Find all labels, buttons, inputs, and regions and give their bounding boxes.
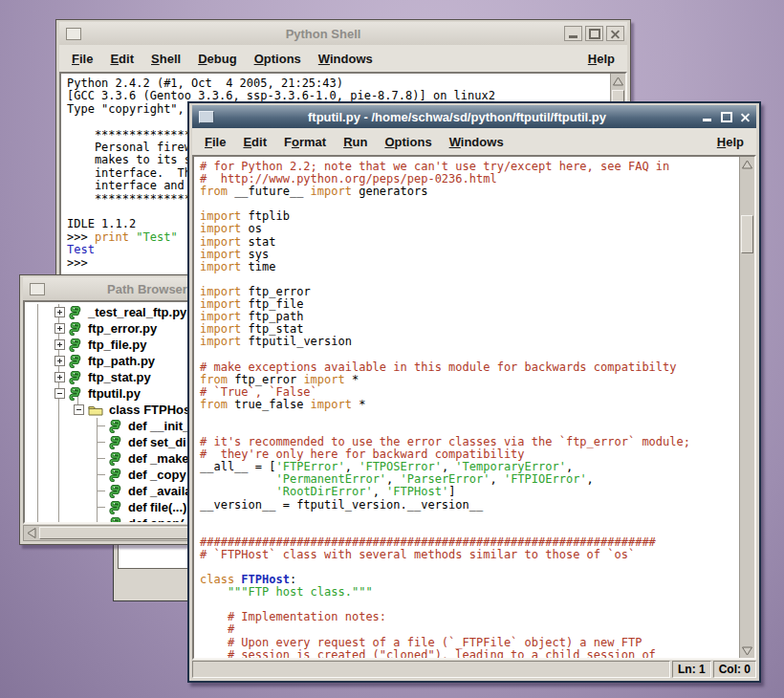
menu-windows[interactable]: Windows bbox=[441, 135, 512, 149]
expand-icon[interactable] bbox=[54, 307, 65, 317]
expand-icon[interactable] bbox=[54, 372, 65, 382]
maximize-button[interactable] bbox=[585, 26, 603, 41]
editor-text-area[interactable]: # for Python 2.2; note that we can't use… bbox=[192, 155, 756, 660]
text-line: import time bbox=[200, 261, 740, 273]
tree-item-label: def _make bbox=[128, 451, 189, 466]
menu-options[interactable]: Options bbox=[376, 135, 440, 149]
menu-file[interactable]: File bbox=[196, 135, 234, 149]
scroll-down-icon[interactable] bbox=[740, 643, 754, 658]
editor-statusbar: Ln: 1 Col: 0 bbox=[192, 661, 756, 678]
menu-edit[interactable]: Edit bbox=[101, 52, 142, 66]
menu-shell[interactable]: Shell bbox=[142, 52, 189, 66]
editor-window: ftputil.py - /home/schwa/sd/python/ftput… bbox=[187, 101, 761, 683]
minimize-button[interactable] bbox=[699, 110, 715, 123]
shell-title: Python Shell bbox=[85, 27, 561, 41]
window-icon bbox=[30, 283, 45, 295]
python-icon bbox=[109, 517, 122, 525]
menu-options[interactable]: Options bbox=[246, 52, 310, 66]
tree-item-label: ftp_error.py bbox=[88, 321, 157, 336]
minimize-icon bbox=[703, 119, 711, 121]
close-button[interactable] bbox=[737, 110, 753, 123]
close-icon bbox=[740, 112, 751, 122]
scroll-thumb[interactable] bbox=[741, 215, 753, 253]
maximize-icon bbox=[721, 112, 732, 122]
shell-menubar: FileEditShellDebugOptionsWindowsHelp bbox=[59, 45, 627, 72]
editor-titlebar[interactable]: ftputil.py - /home/schwa/sd/python/ftput… bbox=[192, 105, 756, 128]
tree-item-label: class FTPHost bbox=[109, 403, 195, 417]
python-icon bbox=[109, 469, 122, 482]
text-line: # session is created ("cloned"), leading… bbox=[200, 649, 740, 658]
text-line bbox=[200, 512, 740, 524]
window-icon bbox=[66, 28, 81, 40]
shell-titlebar[interactable]: Python Shell bbox=[59, 22, 627, 45]
menu-debug[interactable]: Debug bbox=[189, 52, 245, 66]
python-icon bbox=[69, 322, 82, 336]
expand-icon[interactable] bbox=[54, 356, 65, 366]
editor-code: # for Python 2.2; note that we can't use… bbox=[194, 157, 740, 658]
text-line: import stat bbox=[200, 236, 740, 249]
text-line: # `FTPHost` class with several methods s… bbox=[200, 549, 740, 561]
text-line: import sys bbox=[200, 249, 740, 261]
editor-menubar: FileEditFormatRunOptionsWindowsHelp bbox=[192, 128, 756, 155]
tree-guide-line bbox=[97, 523, 105, 524]
menu-help[interactable]: Help bbox=[708, 135, 752, 149]
tree-item-label: def open(... bbox=[128, 516, 194, 524]
text-line: import ftplib bbox=[200, 210, 740, 223]
menu-file[interactable]: File bbox=[63, 52, 101, 66]
tree-item-label: ftp_stat.py bbox=[88, 370, 151, 384]
minimize-icon bbox=[569, 35, 577, 38]
python-icon bbox=[109, 485, 122, 498]
tree-item-label: def _copy bbox=[128, 468, 186, 482]
python-icon bbox=[69, 387, 82, 401]
tree-item-label: def set_di bbox=[128, 435, 186, 449]
text-line: Python 2.4.2 (#1, Oct 4 2005, 21:25:43) bbox=[67, 77, 611, 90]
text-line: from __future__ import generators bbox=[200, 185, 740, 198]
text-line: """FTP host class.""" bbox=[200, 586, 740, 599]
tree-item-label: ftp_file.py bbox=[88, 338, 146, 352]
menu-edit[interactable]: Edit bbox=[234, 135, 275, 149]
tree-item-label: def _availa bbox=[128, 484, 192, 498]
python-icon bbox=[109, 420, 122, 433]
text-line: # Implementation notes: bbox=[200, 611, 740, 623]
close-icon bbox=[610, 29, 621, 39]
column-indicator: Col: 0 bbox=[713, 661, 756, 678]
editor-vscrollbar[interactable] bbox=[739, 157, 754, 658]
scroll-up-icon[interactable] bbox=[740, 157, 754, 171]
expand-icon[interactable] bbox=[54, 339, 65, 350]
text-line: import ftputil_version bbox=[200, 336, 740, 348]
maximize-icon bbox=[589, 29, 600, 39]
scroll-left-icon[interactable] bbox=[24, 526, 38, 540]
tree-item-label: ftputil.py bbox=[88, 386, 141, 401]
tree-item-label: def file(...) bbox=[128, 500, 186, 514]
menu-help[interactable]: Help bbox=[579, 52, 623, 66]
tree-item-label: ftp_path.py bbox=[88, 354, 155, 368]
folder-icon bbox=[88, 404, 103, 416]
line-indicator: Ln: 1 bbox=[672, 661, 711, 678]
text-line: from true_false import * bbox=[200, 399, 740, 411]
text-line: __version__ = ftputil_version.__version_… bbox=[200, 499, 740, 512]
text-line: import os bbox=[200, 223, 740, 235]
tree-item-label: _test_real_ftp.py bbox=[88, 305, 186, 319]
python-icon bbox=[69, 355, 82, 368]
python-icon bbox=[109, 501, 122, 514]
python-icon bbox=[109, 436, 122, 449]
tree-item-label: def __init_ bbox=[128, 419, 189, 433]
minimize-button[interactable] bbox=[564, 26, 582, 41]
scroll-up-icon[interactable] bbox=[611, 74, 625, 88]
collapse-icon[interactable] bbox=[74, 404, 84, 415]
text-line bbox=[200, 411, 740, 424]
python-icon bbox=[69, 338, 82, 352]
expand-icon[interactable] bbox=[54, 323, 65, 334]
statusbar-spacer bbox=[192, 661, 670, 678]
collapse-icon[interactable] bbox=[54, 388, 65, 399]
menu-format[interactable]: Format bbox=[275, 135, 335, 149]
python-icon bbox=[69, 306, 82, 319]
maximize-button[interactable] bbox=[718, 110, 734, 123]
python-icon bbox=[109, 452, 122, 466]
menu-windows[interactable]: Windows bbox=[310, 52, 381, 66]
close-button[interactable] bbox=[606, 26, 624, 41]
python-icon bbox=[69, 371, 82, 384]
scroll-trough[interactable] bbox=[740, 171, 754, 643]
menu-run[interactable]: Run bbox=[335, 135, 376, 149]
window-icon bbox=[199, 111, 214, 123]
